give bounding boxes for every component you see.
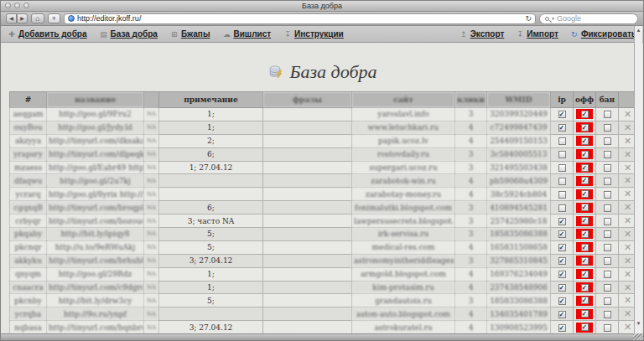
ban-checkbox[interactable] [604,191,611,199]
delete-button[interactable]: ✕ [624,295,631,306]
delete-button[interactable]: ✕ [624,322,631,333]
ip-checkbox[interactable] [558,271,566,278]
off-checkbox[interactable] [581,111,589,118]
off-checkbox[interactable] [581,124,589,132]
cell-url: http://goo.gl/Eabr49 http://g... [47,161,144,174]
window-bottom-bar [1,333,643,340]
ip-checkbox[interactable] [558,218,566,225]
cell-clicks: 4 [455,281,487,294]
add-tab-button[interactable]: + [48,13,60,23]
off-highlight [576,122,593,132]
off-checkbox[interactable] [581,204,589,211]
home-button[interactable]: ⌂ [31,13,44,23]
nav-wishlist[interactable]: ☁ Вишлист [222,29,271,39]
ban-checkbox[interactable] [604,311,611,318]
back-button[interactable]: ◀ [6,13,17,23]
forward-button[interactable]: ▶ [17,13,28,23]
off-checkbox[interactable] [581,244,589,251]
ban-checkbox[interactable] [604,137,611,145]
delete-button[interactable]: ✕ [624,122,631,133]
table-row: qnyqmhttp://goo.gl/29RdzNA1;armgold.blog… [10,267,637,281]
delete-button[interactable]: ✕ [624,175,631,186]
cell-note: 5; [159,228,263,241]
nav-import[interactable]: ↧ Импорт [516,29,558,39]
off-checkbox[interactable] [581,284,589,292]
search-icon [545,17,549,21]
ban-checkbox[interactable] [604,244,611,251]
ip-checkbox[interactable] [558,137,566,145]
nav-fix[interactable]: ↻ Фиксировать [570,29,636,39]
ban-checkbox[interactable] [604,151,611,158]
ban-checkbox[interactable] [604,178,611,185]
off-checkbox[interactable] [581,271,589,278]
ip-checkbox[interactable] [558,257,566,265]
cell-site: supergari.ucoz.ru [352,161,455,174]
ban-checkbox[interactable] [604,297,611,305]
ban-checkbox[interactable] [604,111,611,118]
off-checkbox[interactable] [581,151,589,158]
off-checkbox[interactable] [581,310,589,318]
cell-id: pkcnqr [10,240,47,254]
ip-checkbox[interactable] [558,284,566,292]
ban-checkbox[interactable] [604,271,611,278]
address-bar[interactable]: http://editor.jkoff.ru/ ↻ [64,13,536,24]
nav-instructions[interactable]: ↧ Инструкции [283,29,344,39]
delete-button[interactable]: ✕ [624,269,631,280]
off-checkbox[interactable] [581,230,589,238]
off-highlight [576,216,593,226]
cell-id: akzyya [10,134,47,147]
cell-note: 1; [159,121,263,134]
delete-button[interactable]: ✕ [624,202,631,213]
delete-button[interactable]: ✕ [624,242,631,253]
ban-checkbox[interactable] [604,324,611,332]
ip-checkbox[interactable] [558,244,566,251]
ban-checkbox[interactable] [604,124,611,132]
ban-checkbox[interactable] [604,218,611,225]
scroll-down-icon[interactable]: ▼ [635,320,642,328]
ip-checkbox[interactable] [558,124,566,132]
delete-button[interactable]: ✕ [624,189,631,199]
off-checkbox[interactable] [581,137,589,145]
ip-checkbox[interactable] [558,204,566,212]
ban-checkbox[interactable] [604,257,611,265]
scroll-up-icon[interactable]: ▲ [635,27,642,34]
resize-grip[interactable] [633,333,643,340]
delete-button[interactable]: ✕ [624,229,631,240]
ip-checkbox[interactable] [558,230,566,238]
ip-checkbox[interactable] [558,191,566,199]
delete-button[interactable]: ✕ [624,256,631,266]
nav-export[interactable]: ↥ Экспорт [460,29,505,39]
nav-baza-dobra[interactable]: ▤ База добра [100,29,158,39]
ip-checkbox[interactable] [558,151,566,158]
off-checkbox[interactable] [581,323,589,331]
ban-checkbox[interactable] [604,204,611,212]
nav-bzhapy[interactable]: ⊞ Бжапы [170,29,210,39]
delete-button[interactable]: ✕ [624,308,631,319]
reload-icon[interactable]: ↻ [525,14,532,23]
delete-button[interactable]: ✕ [624,163,631,173]
off-checkbox[interactable] [581,177,589,184]
delete-button[interactable]: ✕ [624,282,631,293]
ip-checkbox[interactable] [558,297,566,305]
off-checkbox[interactable] [581,164,589,172]
off-checkbox[interactable] [581,190,589,198]
off-checkbox[interactable] [581,217,589,225]
ip-checkbox[interactable] [558,164,566,172]
ip-checkbox[interactable] [558,311,566,318]
search-input[interactable]: ▼ Google [539,13,638,24]
delete-button[interactable]: ✕ [624,215,631,226]
ban-checkbox[interactable] [604,284,611,292]
off-checkbox[interactable] [581,297,589,304]
delete-button[interactable]: ✕ [624,149,631,160]
ban-checkbox[interactable] [604,230,611,238]
ip-checkbox[interactable] [558,178,566,185]
off-checkbox[interactable] [581,257,589,265]
delete-button[interactable]: ✕ [624,136,631,147]
vertical-scrollbar[interactable]: ▲ ▼ [634,26,642,335]
ip-checkbox[interactable] [558,111,566,118]
delete-button[interactable]: ✕ [624,109,631,120]
nav-add-dobra[interactable]: ✚ Добавить добра [8,29,87,39]
cell-phrase [263,121,352,134]
ip-checkbox[interactable] [558,324,566,332]
ban-checkbox[interactable] [604,164,611,172]
